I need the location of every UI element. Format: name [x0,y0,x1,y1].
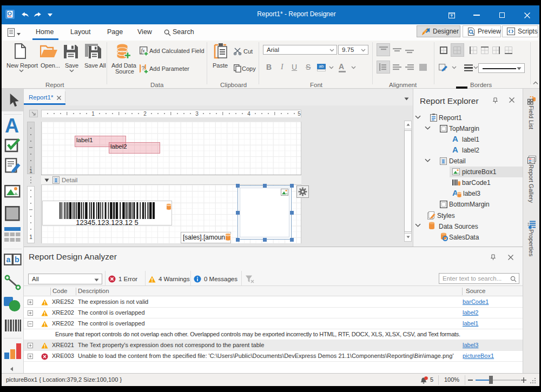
svg-text:1: 1 [29,168,32,174]
svg-text:1: 1 [29,234,32,240]
svg-text:?: ? [142,65,145,71]
svg-text:a: a [6,255,11,264]
svg-text:fx: fx [141,48,146,54]
svg-text:5: 5 [298,111,301,117]
svg-text:b: b [15,255,19,264]
svg-text:1: 1 [91,111,95,117]
svg-text:3: 3 [195,111,199,117]
svg-text:4: 4 [247,111,250,117]
svg-text:2: 2 [143,111,147,117]
